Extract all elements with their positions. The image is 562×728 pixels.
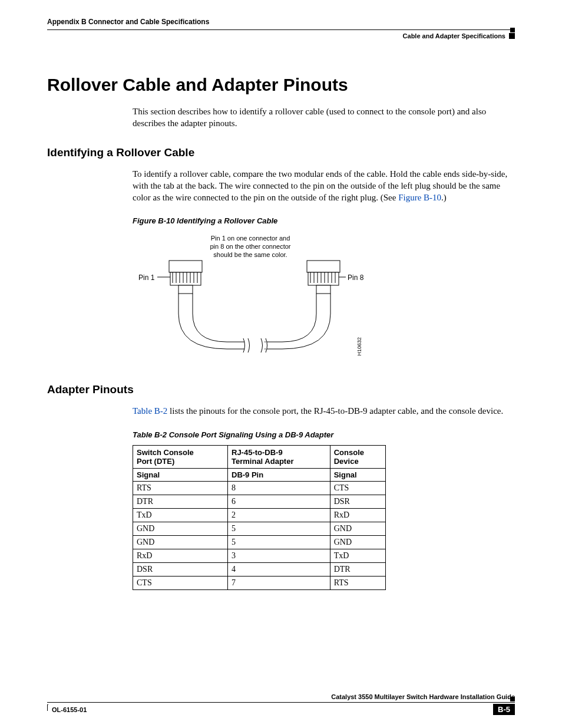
- cell: RxD: [133, 549, 228, 562]
- left-connector-icon: [169, 261, 202, 294]
- cell: 7: [228, 576, 330, 589]
- cell: RTS: [133, 481, 228, 495]
- header-rule: [47, 29, 515, 30]
- table-caption: Table B-2 Console Port Signaling Using a…: [133, 430, 515, 439]
- svg-rect-11: [307, 261, 340, 272]
- cell: 5: [228, 522, 330, 535]
- cell: 5: [228, 535, 330, 549]
- footer-tick-icon: [47, 704, 48, 711]
- page-title: Rollover Cable and Adapter Pinouts: [47, 75, 515, 95]
- table-row: TxD2RxD: [133, 508, 386, 522]
- figure-caption: Figure B-10 Identifying a Rollover Cable: [133, 216, 515, 225]
- para-text-a: To identify a rollover cable, compare th…: [133, 169, 507, 203]
- footer: Catalyst 3550 Multilayer Switch Hardware…: [47, 693, 515, 715]
- cell: GND: [133, 535, 228, 549]
- page-number: B-5: [493, 704, 515, 715]
- table-row: RTS8CTS: [133, 481, 386, 495]
- section-heading-adapter: Adapter Pinouts: [47, 383, 515, 396]
- cell: 6: [228, 495, 330, 508]
- section-heading-identifying: Identifying a Rollover Cable: [47, 146, 515, 159]
- cell: CTS: [133, 576, 228, 589]
- subhead-signal2: Signal: [330, 468, 385, 481]
- subhead-signal1: Signal: [133, 468, 228, 481]
- page: Appendix B Connector and Cable Specifica…: [0, 0, 562, 728]
- cell: 8: [228, 481, 330, 495]
- table-row: CTS7RTS: [133, 576, 386, 589]
- cell: RxD: [330, 508, 385, 522]
- cell: GND: [133, 522, 228, 535]
- right-connector-icon: [307, 261, 340, 294]
- subhead-db9: DB-9 Pin: [228, 468, 330, 481]
- col1-header: Switch ConsolePort (DTE): [133, 445, 228, 468]
- cell: DTR: [330, 562, 385, 576]
- cell: 4: [228, 562, 330, 576]
- cable-wire: [178, 294, 330, 353]
- cell: 3: [228, 549, 330, 562]
- cell: GND: [330, 522, 385, 535]
- adapter-paragraph: Table B-2 lists the pinouts for the cons…: [133, 405, 515, 417]
- footer-guide-title: Catalyst 3550 Multilayer Switch Hardware…: [47, 693, 515, 700]
- header-right-wrap: Cable and Adapter Specifications: [47, 32, 515, 39]
- header-right: Cable and Adapter Specifications: [403, 32, 505, 39]
- table-header-row1: Switch ConsolePort (DTE) RJ-45-to-DB-9Te…: [133, 445, 386, 468]
- svg-rect-12: [308, 272, 339, 285]
- cell: DSR: [330, 495, 385, 508]
- header-square-icon: [509, 33, 515, 39]
- table-row: GND5GND: [133, 535, 386, 549]
- footer-docnum-wrap: OL-6155-01: [47, 706, 87, 713]
- table-row: DTR6DSR: [133, 495, 386, 508]
- table-subheader-row: Signal DB-9 Pin Signal: [133, 468, 386, 481]
- cable-svg: [133, 231, 380, 367]
- cell: GND: [330, 535, 385, 549]
- svg-rect-13: [316, 285, 330, 294]
- cell: DTR: [133, 495, 228, 508]
- intro-paragraph: This section describes how to identify a…: [133, 106, 515, 130]
- cell: 2: [228, 508, 330, 522]
- table-row: RxD3TxD: [133, 549, 386, 562]
- cell: TxD: [330, 549, 385, 562]
- cell: CTS: [330, 481, 385, 495]
- pinout-table: Switch ConsolePort (DTE) RJ-45-to-DB-9Te…: [133, 445, 386, 590]
- table-row: GND5GND: [133, 522, 386, 535]
- adapter-para-rest: lists the pinouts for the console port, …: [167, 406, 503, 416]
- figure-link[interactable]: Figure B-10: [398, 193, 441, 202]
- table-link[interactable]: Table B-2: [133, 406, 167, 416]
- cell: DSR: [133, 562, 228, 576]
- header-left: Appendix B Connector and Cable Specifica…: [47, 18, 515, 26]
- figure-diagram: Pin 1 on one connector and pin 8 on the …: [133, 231, 515, 367]
- table-row: DSR4DTR: [133, 562, 386, 576]
- svg-rect-1: [170, 272, 201, 285]
- footer-docnum: OL-6155-01: [52, 706, 87, 713]
- footer-end-marker: [510, 697, 515, 701]
- svg-rect-2: [178, 285, 193, 294]
- identifying-paragraph: To identify a rollover cable, compare th…: [133, 168, 515, 204]
- header-end-marker: [510, 28, 515, 32]
- para-text-b: .): [441, 193, 447, 202]
- cell: TxD: [133, 508, 228, 522]
- cell: RTS: [330, 576, 385, 589]
- svg-rect-0: [169, 261, 202, 272]
- col3-header: ConsoleDevice: [330, 445, 385, 468]
- col2-header: RJ-45-to-DB-9Terminal Adapter: [228, 445, 330, 468]
